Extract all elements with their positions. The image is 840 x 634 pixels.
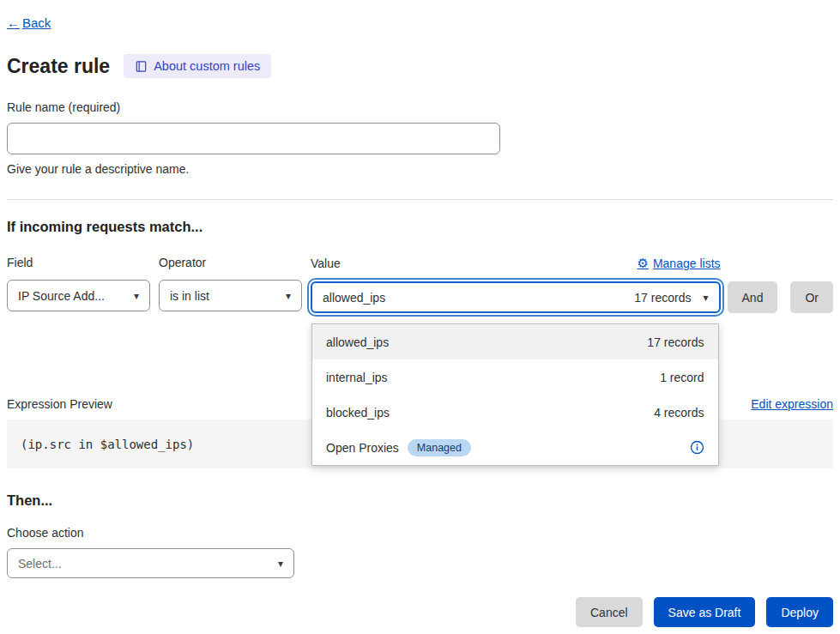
and-button[interactable]: And: [728, 281, 778, 313]
chevron-down-icon: ▾: [134, 290, 139, 302]
edit-expression-link[interactable]: Edit expression: [751, 397, 833, 411]
rule-name-input[interactable]: [7, 123, 500, 154]
manage-lists-link[interactable]: ⚙ Manage lists: [637, 256, 720, 271]
operator-select-value: is in list: [170, 289, 209, 303]
operator-label: Operator: [159, 256, 302, 269]
back-link[interactable]: ← Back: [7, 15, 51, 30]
save-draft-button[interactable]: Save as Draft: [654, 597, 756, 627]
chevron-down-icon: ▾: [278, 558, 283, 570]
manage-lists-label: Manage lists: [653, 257, 721, 270]
page-header: Create rule About custom rules: [7, 54, 833, 78]
list-option-blocked-ips[interactable]: blocked_ips 4 records: [312, 395, 718, 430]
rule-name-helper: Give your rule a descriptive name.: [7, 162, 833, 176]
list-option-name: blocked_ips: [326, 406, 390, 420]
back-arrow-icon: ←: [7, 15, 20, 30]
rule-name-label: Rule name (required): [7, 100, 833, 114]
choose-action-label: Choose action: [7, 526, 833, 540]
info-icon[interactable]: [690, 440, 704, 455]
managed-badge: Managed: [408, 439, 471, 456]
field-label: Field: [7, 256, 150, 269]
about-custom-rules-link[interactable]: About custom rules: [124, 54, 271, 78]
rule-name-group: Rule name (required) Give your rule a de…: [7, 100, 833, 176]
cancel-button[interactable]: Cancel: [576, 597, 643, 627]
then-section-heading: Then...: [7, 492, 833, 509]
field-column: Field IP Source Add... ▾: [7, 256, 150, 311]
field-select-value: IP Source Add...: [18, 289, 105, 303]
value-column: Value ⚙ Manage lists allowed_ips 17 reco…: [311, 256, 721, 313]
action-select[interactable]: Select... ▾: [7, 548, 294, 578]
chevron-down-icon: ▾: [286, 290, 291, 302]
match-controls-row: Field IP Source Add... ▾ Operator is in …: [7, 256, 833, 313]
value-label-row: Value ⚙ Manage lists: [311, 256, 721, 271]
list-option-left: Open Proxies Managed: [326, 439, 471, 456]
list-option-records: 1 record: [660, 371, 704, 384]
list-option-records: 4 records: [654, 406, 704, 420]
list-dropdown: allowed_ips 17 records internal_ips 1 re…: [311, 323, 719, 466]
value-label: Value: [311, 257, 341, 270]
list-option-allowed-ips[interactable]: allowed_ips 17 records: [312, 324, 718, 359]
expression-preview-label: Expression Preview: [7, 397, 112, 411]
expression-code: (ip.src in $allowed_ips): [21, 438, 194, 451]
footer-actions: Cancel Save as Draft Deploy: [7, 597, 833, 627]
chevron-down-icon: ▾: [703, 292, 708, 304]
value-select[interactable]: allowed_ips 17 records ▾: [311, 281, 721, 313]
andor-buttons: And Or: [728, 281, 833, 313]
list-option-open-proxies[interactable]: Open Proxies Managed: [312, 430, 718, 465]
list-option-name: Open Proxies: [326, 441, 399, 455]
about-custom-rules-label: About custom rules: [154, 59, 260, 73]
match-section-heading: If incoming requests match...: [7, 219, 833, 235]
section-divider: [7, 199, 833, 200]
book-icon: [135, 60, 148, 73]
back-label: Back: [22, 15, 51, 30]
action-select-placeholder: Select...: [18, 557, 62, 571]
list-option-name: internal_ips: [326, 371, 388, 384]
field-select[interactable]: IP Source Add... ▾: [7, 280, 150, 311]
list-option-name: allowed_ips: [326, 335, 389, 349]
gear-icon: ⚙: [637, 256, 648, 271]
deploy-button[interactable]: Deploy: [766, 597, 833, 627]
value-select-records: 17 records: [634, 291, 691, 305]
value-select-value: allowed_ips: [323, 291, 385, 305]
operator-select[interactable]: is in list ▾: [159, 280, 302, 311]
or-button[interactable]: Or: [790, 281, 833, 313]
list-option-internal-ips[interactable]: internal_ips 1 record: [312, 359, 718, 395]
page-title: Create rule: [7, 55, 110, 78]
operator-column: Operator is in list ▾: [159, 256, 302, 311]
list-option-records: 17 records: [647, 335, 704, 349]
